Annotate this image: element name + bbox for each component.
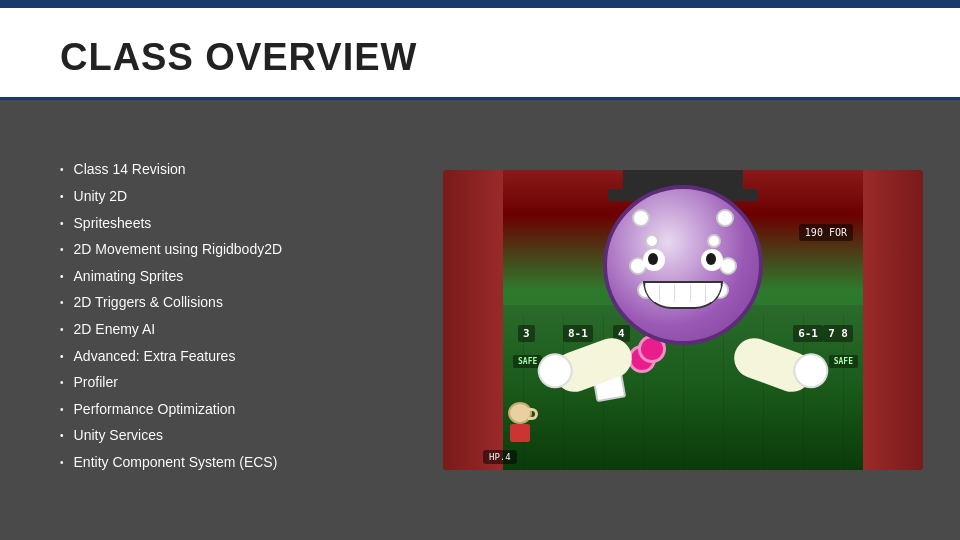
boss-teeth — [645, 283, 721, 307]
bullet-icon: • — [60, 243, 64, 257]
list-item: •Unity Services — [60, 426, 400, 446]
content-section: •Class 14 Revision•Unity 2D•Spritesheets… — [0, 100, 960, 540]
curtain-right — [863, 170, 923, 470]
cuphead-character — [508, 402, 532, 442]
bullet-icon: • — [60, 296, 64, 310]
cup-body — [510, 424, 530, 442]
bullet-icon: • — [60, 323, 64, 337]
list-item: •2D Enemy AI — [60, 320, 400, 340]
game-screenshot: 3 8-1 4 6-1 7 8 SAFE SAFE 4 — [443, 170, 923, 470]
page-container: CLASS OVERVIEW •Class 14 Revision•Unity … — [0, 0, 960, 540]
bullet-icon: • — [60, 429, 64, 443]
list-item-text: Class 14 Revision — [74, 160, 186, 180]
boss-eye-right — [701, 249, 723, 271]
list-item-text: Advanced: Extra Features — [74, 347, 236, 367]
dice-dot-1 — [632, 209, 650, 227]
table-number-1: 3 — [518, 325, 535, 342]
boss-eye-left — [643, 249, 665, 271]
boss-mouth — [643, 281, 723, 309]
tooth-5 — [706, 285, 721, 302]
list-item: •Performance Optimization — [60, 400, 400, 420]
list-item: •Spritesheets — [60, 214, 400, 234]
dice-dot-2 — [716, 209, 734, 227]
list-item-text: Unity Services — [74, 426, 163, 446]
bullet-icon: • — [60, 190, 64, 204]
list-item: •Profiler — [60, 373, 400, 393]
tooth-3 — [675, 285, 690, 302]
list-item-text: 2D Enemy AI — [74, 320, 156, 340]
list-area: •Class 14 Revision•Unity 2D•Spritesheets… — [0, 100, 420, 540]
list-item-text: Spritesheets — [74, 214, 152, 234]
top-bar — [0, 0, 960, 8]
header-section: CLASS OVERVIEW — [0, 8, 960, 97]
tooth-2 — [660, 285, 675, 302]
tooth-1 — [645, 285, 660, 302]
bullet-icon: • — [60, 270, 64, 284]
list-item: •2D Triggers & Collisions — [60, 293, 400, 313]
list-item: •2D Movement using Rigidbody2D — [60, 240, 400, 260]
bullet-icon: • — [60, 217, 64, 231]
curtain-left — [443, 170, 503, 470]
bullet-icon: • — [60, 456, 64, 470]
page-title: CLASS OVERVIEW — [60, 36, 900, 79]
list-item: •Class 14 Revision — [60, 160, 400, 180]
hp-bar: HP.4 — [483, 450, 517, 464]
list-item-text: Performance Optimization — [74, 400, 236, 420]
boss-pupil-left — [648, 253, 658, 265]
image-area: 3 8-1 4 6-1 7 8 SAFE SAFE 4 — [420, 100, 960, 540]
boss-pupil-right — [706, 253, 716, 265]
game-scene: 3 8-1 4 6-1 7 8 SAFE SAFE 4 — [443, 170, 923, 470]
bullet-icon: • — [60, 350, 64, 364]
tooth-4 — [691, 285, 706, 302]
list-item-text: 2D Movement using Rigidbody2D — [74, 240, 283, 260]
bullet-icon: • — [60, 163, 64, 177]
list-item: •Animating Sprites — [60, 267, 400, 287]
list-item: •Unity 2D — [60, 187, 400, 207]
cup-head — [508, 402, 532, 424]
score-display: 190 FOR — [799, 224, 853, 241]
safe-label-right: SAFE — [829, 355, 858, 368]
boss-head — [603, 185, 763, 345]
bullet-icon: • — [60, 403, 64, 417]
list-item-text: Animating Sprites — [74, 267, 184, 287]
table-number-4: 6-1 — [793, 325, 823, 342]
table-number-5: 7 8 — [823, 325, 853, 342]
list-item-text: 2D Triggers & Collisions — [74, 293, 223, 313]
list-item-text: Profiler — [74, 373, 118, 393]
list-item: •Advanced: Extra Features — [60, 347, 400, 367]
boss-face — [633, 244, 733, 314]
bullet-icon: • — [60, 376, 64, 390]
list-item: •Entity Component System (ECS) — [60, 453, 400, 473]
list-item-text: Entity Component System (ECS) — [74, 453, 278, 473]
list-item-text: Unity 2D — [74, 187, 128, 207]
boss-character — [583, 185, 783, 405]
